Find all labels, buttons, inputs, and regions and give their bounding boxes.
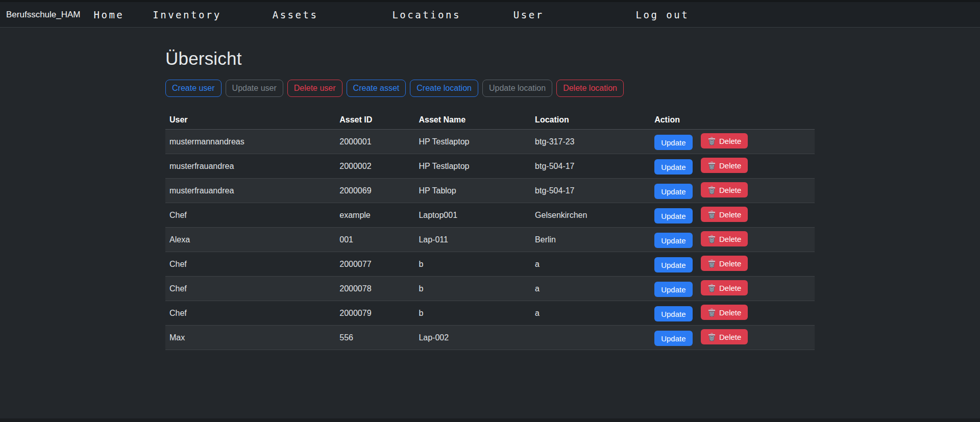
delete-button-label: Delete xyxy=(719,186,741,194)
cell-user: Chef xyxy=(165,301,335,326)
trash-icon xyxy=(707,308,716,317)
cell-action: Update xyxy=(650,228,815,252)
update-button[interactable]: Update xyxy=(654,233,692,248)
update-button[interactable]: Update xyxy=(654,159,692,175)
delete-location-button[interactable]: Delete location xyxy=(556,80,624,97)
delete-button-label: Delete xyxy=(719,137,741,145)
nav-item-home[interactable]: Home xyxy=(94,9,125,20)
cell-user: mustermannandreas xyxy=(165,130,335,154)
cell-location: Berlin xyxy=(531,228,650,252)
cell-user: Chef xyxy=(165,252,335,277)
cell-user: musterfrauandrea xyxy=(165,179,335,203)
cell-action: Update xyxy=(650,277,815,301)
assets-table: User Asset ID Asset Name Location Action… xyxy=(165,112,815,350)
navbar-brand[interactable]: Berufsschule_HAM xyxy=(6,10,81,20)
table-row: mustermannandreas 2000001 HP Testlaptop … xyxy=(165,130,815,154)
trash-icon xyxy=(707,235,716,243)
delete-button-label: Delete xyxy=(719,235,741,243)
trash-icon xyxy=(707,284,716,292)
trash-icon xyxy=(707,186,716,194)
nav-item-inventory[interactable]: Inventory xyxy=(153,9,221,20)
delete-button[interactable]: Delete xyxy=(701,207,748,222)
nav-item-assets[interactable]: Assets xyxy=(273,9,318,20)
trash-icon xyxy=(707,137,716,145)
cell-location: a xyxy=(531,301,650,326)
cell-action: Update xyxy=(650,301,815,326)
cell-action: Update xyxy=(650,326,815,350)
cell-asset-id: 556 xyxy=(335,326,414,350)
nav-list: HomeInventoryAssetsLocationsUserLog out xyxy=(81,9,690,20)
update-button[interactable]: Update xyxy=(654,331,692,346)
cell-asset-id: 2000069 xyxy=(335,179,414,203)
trash-icon xyxy=(707,210,716,219)
cell-asset-id: example xyxy=(335,203,414,228)
create-asset-button[interactable]: Create asset xyxy=(347,80,406,97)
update-button[interactable]: Update xyxy=(654,184,692,199)
cell-action: Update xyxy=(650,252,815,277)
delete-button-label: Delete xyxy=(719,162,741,169)
main-container: Übersicht Create userUpdate userDelete u… xyxy=(165,48,815,350)
delete-button[interactable]: Delete xyxy=(701,231,748,246)
update-user-button[interactable]: Update user xyxy=(226,80,283,97)
table-row: musterfrauandrea 2000069 HP Tablop btg-5… xyxy=(165,179,815,203)
delete-button[interactable]: Delete xyxy=(701,133,748,148)
table-row: Chef 2000079 b a Update xyxy=(165,301,815,326)
table-row: Alexa 001 Lap-011 Berlin Update xyxy=(165,228,815,252)
trash-icon xyxy=(707,259,716,268)
cell-location: btg-504-17 xyxy=(531,154,650,179)
cell-asset-name: HP Testlaptop xyxy=(414,130,531,154)
delete-button-label: Delete xyxy=(719,211,741,218)
update-button[interactable]: Update xyxy=(654,208,692,224)
cell-asset-name: Lap-011 xyxy=(414,228,531,252)
delete-button[interactable]: Delete xyxy=(701,158,748,173)
trash-icon xyxy=(707,333,716,341)
column-header-asset-id: Asset ID xyxy=(335,112,414,130)
update-button[interactable]: Update xyxy=(654,282,692,297)
cell-action: Update xyxy=(650,154,815,179)
cell-location xyxy=(531,326,650,350)
table-row: Chef example Laptop001 Gelsenkirchen Upd… xyxy=(165,203,815,228)
cell-location: btg-317-23 xyxy=(531,130,650,154)
nav-item-log-out[interactable]: Log out xyxy=(636,9,690,20)
delete-button[interactable]: Delete xyxy=(701,280,748,295)
cell-action: Update xyxy=(650,203,815,228)
update-location-button[interactable]: Update location xyxy=(482,80,552,97)
delete-user-button[interactable]: Delete user xyxy=(287,80,342,97)
table-row: Max 556 Lap-002 Update xyxy=(165,326,815,350)
table-row: Chef 2000077 b a Update xyxy=(165,252,815,277)
nav-item-locations[interactable]: Locations xyxy=(392,9,460,20)
delete-button-label: Delete xyxy=(719,260,741,267)
cell-asset-name: Laptop001 xyxy=(414,203,531,228)
update-button[interactable]: Update xyxy=(654,306,692,321)
nav-item-user[interactable]: User xyxy=(513,9,544,20)
trash-icon xyxy=(707,161,716,170)
column-header-action: Action xyxy=(650,112,815,130)
cell-asset-name: b xyxy=(414,252,531,277)
delete-button[interactable]: Delete xyxy=(701,329,748,344)
table-header-row: User Asset ID Asset Name Location Action xyxy=(165,112,815,130)
update-button[interactable]: Update xyxy=(654,257,692,272)
cell-asset-id: 001 xyxy=(335,228,414,252)
table-row: musterfrauandrea 2000002 HP Testlaptop b… xyxy=(165,154,815,179)
cell-asset-id: 2000078 xyxy=(335,277,414,301)
page-title: Übersicht xyxy=(165,48,815,69)
cell-asset-id: 2000002 xyxy=(335,154,414,179)
cell-action: Update xyxy=(650,130,815,154)
cell-asset-id: 2000079 xyxy=(335,301,414,326)
create-location-button[interactable]: Create location xyxy=(410,80,478,97)
cell-user: Chef xyxy=(165,277,335,301)
create-user-button[interactable]: Create user xyxy=(165,80,222,97)
column-header-location: Location xyxy=(531,112,650,130)
delete-button[interactable]: Delete xyxy=(701,182,748,197)
delete-button[interactable]: Delete xyxy=(701,305,748,320)
delete-button-label: Delete xyxy=(719,309,741,316)
navbar: Berufsschule_HAM HomeInventoryAssetsLoca… xyxy=(0,2,980,28)
update-button[interactable]: Update xyxy=(654,135,692,150)
screen-bottom-edge xyxy=(0,418,980,422)
cell-location: a xyxy=(531,252,650,277)
cell-user: Chef xyxy=(165,203,335,228)
delete-button[interactable]: Delete xyxy=(701,256,748,271)
cell-asset-name: Lap-002 xyxy=(414,326,531,350)
cell-asset-name: b xyxy=(414,277,531,301)
column-header-user: User xyxy=(165,112,335,130)
